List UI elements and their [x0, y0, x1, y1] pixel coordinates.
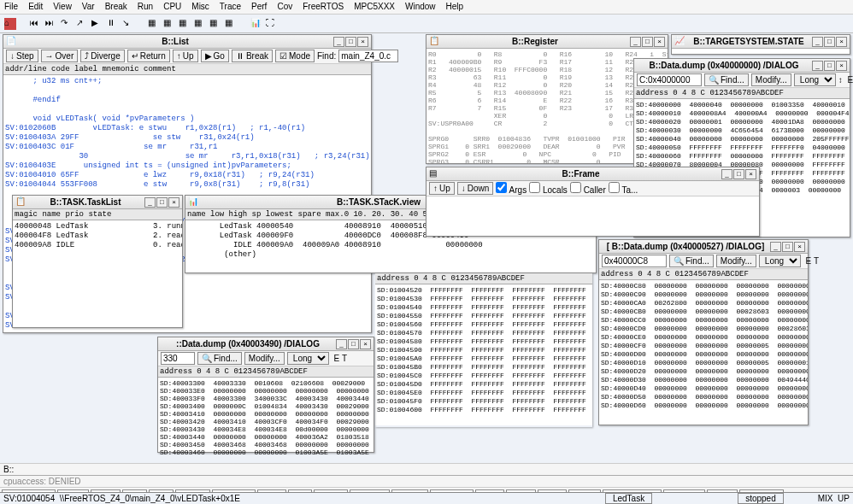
close-button[interactable]: × [360, 339, 371, 349]
maximize-button[interactable]: □ [156, 197, 168, 208]
go-icon[interactable]: ▶ [91, 18, 103, 30]
step-out-icon[interactable]: ↗ [76, 18, 88, 30]
close-button[interactable]: × [654, 37, 665, 47]
find-button[interactable]: 🔍Find... [704, 73, 749, 86]
menu-window[interactable]: Window [405, 2, 436, 12]
caller-check[interactable]: Caller [570, 182, 606, 195]
tool2-icon[interactable]: ▦ [163, 18, 175, 30]
dump2-content[interactable]: SD:40000C80 00000000 00000000 00000000 0… [599, 280, 808, 424]
minimize-button[interactable]: _ [630, 37, 641, 47]
format-select[interactable]: Long [287, 352, 329, 365]
modify-button[interactable]: Modify... [716, 255, 756, 267]
return-button[interactable]: ↵ Return [127, 50, 170, 62]
format-select[interactable]: Long [794, 73, 836, 86]
minimize-button[interactable]: _ [770, 242, 781, 252]
maximize-button[interactable]: □ [345, 37, 356, 47]
chart-icon[interactable]: 📊 [250, 18, 262, 30]
over-button[interactable]: → Over [41, 50, 79, 62]
diverge-button[interactable]: ⤴ Diverge [80, 50, 124, 62]
break-button[interactable]: ⏸ Break [232, 50, 273, 62]
endian-icon[interactable]: ↕ [838, 75, 843, 85]
status-task: LedTask [605, 493, 652, 504]
step2-icon[interactable]: ↘ [122, 18, 134, 30]
locals-check[interactable]: Locals [529, 182, 568, 195]
args-check[interactable]: Args [496, 182, 527, 195]
status-addr: SV:01004054 [3, 494, 55, 503]
menu-freertos[interactable]: FreeRTOS [303, 2, 344, 12]
menu-perf[interactable]: Perf [251, 2, 267, 12]
cmdprompt[interactable]: B:: [3, 465, 14, 474]
go-button[interactable]: ▶ Go [201, 50, 229, 62]
minimize-button[interactable]: _ [721, 169, 732, 179]
minimize-button[interactable]: _ [812, 37, 823, 47]
menu-trace[interactable]: Trace [220, 2, 241, 12]
step-back-icon[interactable]: ⏮ [30, 18, 42, 30]
menu-help[interactable]: Help [446, 2, 464, 12]
up-button[interactable]: ↑ Up [173, 50, 198, 62]
maximize-button[interactable]: □ [642, 37, 653, 47]
maximize-button[interactable]: □ [782, 242, 793, 252]
close-button[interactable]: × [745, 169, 756, 179]
format-select[interactable]: Long [759, 255, 801, 267]
close-button[interactable]: × [168, 197, 179, 208]
mode-button[interactable]: ☑ Mode [275, 50, 315, 62]
maximize-button[interactable]: □ [824, 61, 835, 71]
menu-view[interactable]: View [53, 2, 72, 12]
tool-icon[interactable]: ▦ [148, 18, 160, 30]
up-button[interactable]: ↑ Up [429, 182, 455, 195]
frame-content[interactable] [426, 196, 759, 234]
minimize-button[interactable]: _ [333, 37, 344, 47]
register-title: B::Register [441, 37, 629, 46]
home-icon[interactable]: ⌂ [4, 18, 16, 30]
dump2-header: address 0 4 8 C 0123456789ABCDEF [599, 269, 808, 280]
register-content[interactable]: R0 0 R8 0 R16 10 R24 i Stack target_syst… [426, 49, 668, 164]
minimize-button[interactable]: _ [144, 197, 156, 208]
close-button[interactable]: × [794, 242, 805, 252]
maximize-button[interactable]: □ [348, 339, 359, 349]
step-over-icon[interactable]: ↷ [61, 18, 73, 30]
menu-edit[interactable]: Edit [28, 2, 43, 12]
tasklist-title: B::TASK.TaskList [27, 197, 144, 207]
status-up: UP [838, 494, 850, 503]
find-button[interactable]: 🔍Find... [197, 352, 242, 365]
close-button[interactable]: × [836, 37, 847, 47]
maximize-button[interactable]: □ [733, 169, 744, 179]
tasklist-header: magic name prio state [13, 209, 182, 220]
find-input[interactable] [338, 50, 398, 62]
minimize-button[interactable]: _ [812, 61, 823, 71]
menu-mpc5xxx[interactable]: MPC5XXX [354, 2, 395, 12]
ta-check[interactable]: Ta... [609, 182, 638, 195]
tool5-icon[interactable]: ▦ [209, 18, 221, 30]
window-targetsys: 📈 B::TARGETSYSTEM.STATE _ □ × [671, 34, 850, 55]
tool3-icon[interactable]: ▦ [179, 18, 191, 30]
minimize-button[interactable]: _ [336, 339, 347, 349]
address-input[interactable] [602, 255, 667, 267]
maximize-button[interactable]: □ [824, 37, 835, 47]
down-button[interactable]: ↓ Down [457, 182, 494, 195]
menu-break[interactable]: Break [105, 2, 127, 12]
menu-run[interactable]: Run [138, 2, 153, 12]
menu-cov[interactable]: Cov [277, 2, 292, 12]
dump4-content[interactable]: SD:01004520 FFFFFFFF FFFFFFFF FFFFFFFF F… [375, 284, 592, 425]
stop-icon[interactable]: ⏸ [107, 18, 119, 30]
step-button[interactable]: ↓ Step [6, 50, 38, 62]
close-button[interactable]: × [836, 61, 847, 71]
modify-button[interactable]: Modify... [751, 73, 791, 86]
address-input[interactable] [637, 73, 702, 86]
menu-misc[interactable]: Misc [191, 2, 209, 12]
address-input[interactable] [161, 352, 195, 365]
menu-var[interactable]: Var [82, 2, 95, 12]
dump3-content[interactable]: SD:40003300 40003330 0010608 02106608 00… [158, 378, 374, 454]
close-button[interactable]: × [357, 37, 368, 47]
tool6-icon[interactable]: ▦ [225, 18, 237, 30]
tasklist-content[interactable]: 40000048 LedTask 3. running 400004F8 Led… [13, 220, 182, 325]
window-datadump3: ::Data.dump (0x40003490) /DIALOG _ □ × 🔍… [157, 337, 374, 453]
find-button[interactable]: 🔍Find... [669, 255, 714, 267]
tool4-icon[interactable]: ▦ [194, 18, 206, 30]
frame-icon: ▤ [429, 168, 441, 180]
menu-file[interactable]: File [4, 2, 18, 12]
modify-button[interactable]: Modify... [244, 352, 285, 365]
step-icon[interactable]: ⏭ [45, 18, 57, 30]
menu-cpu[interactable]: CPU [163, 2, 181, 12]
expand-icon[interactable]: ⛶ [266, 18, 278, 30]
